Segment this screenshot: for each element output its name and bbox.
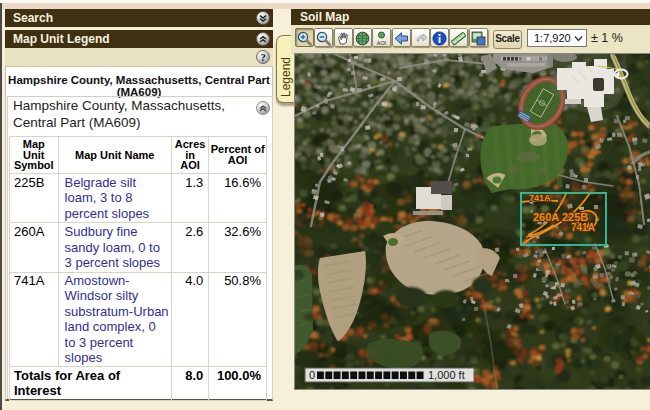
svg-text:AOI: AOI (377, 40, 387, 46)
svg-text:741A: 741A (529, 193, 551, 203)
svg-text:?: ? (260, 52, 265, 63)
svg-text:741A: 741A (571, 222, 595, 233)
svg-text:1,000 ft: 1,000 ft (428, 369, 465, 381)
svg-text:0: 0 (309, 369, 315, 381)
